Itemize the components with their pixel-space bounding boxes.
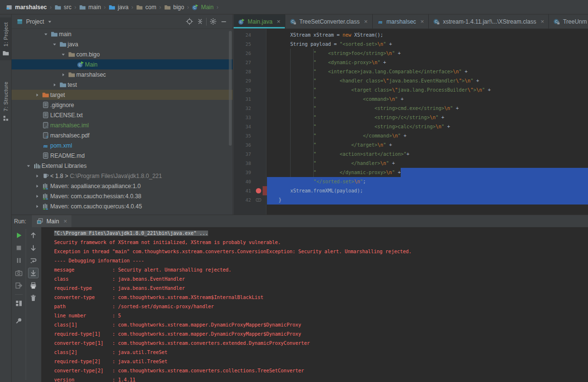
gutter-line-37[interactable]: 37	[234, 150, 266, 159]
gutter-line-29[interactable]: 29	[234, 76, 266, 85]
thread-dump-button[interactable]	[14, 268, 24, 278]
breadcrumb-item-src[interactable]: src	[55, 4, 71, 11]
soft-wrap-button[interactable]	[28, 255, 39, 266]
tree-arrow-down-icon[interactable]	[42, 31, 50, 37]
editor-tab-xstream-1-4-11-jar-xstream-class[interactable]: Cxstream-1.4.11.jar!\...\XStream.class×	[429, 14, 549, 28]
pause-button[interactable]	[14, 255, 24, 266]
gutter-line-42[interactable]: 42	[234, 195, 266, 205]
tree-arrow-right-icon[interactable]	[59, 72, 67, 78]
breadcrumb-item-java[interactable]: java	[109, 4, 128, 11]
code-line-28[interactable]: " <interface>java.lang.Comparable</inter…	[267, 67, 588, 76]
gutter-line-25[interactable]: 25	[234, 40, 266, 49]
tree-item-external-libraries[interactable]: External Libraries	[12, 161, 233, 171]
tree-item-target[interactable]: target	[12, 90, 233, 100]
clear-all-button[interactable]	[28, 293, 39, 303]
toolwindow-button-1-project[interactable]: 1: Project	[0, 17, 11, 60]
tree-arrow-right-icon[interactable]	[33, 204, 41, 209]
locate-button[interactable]	[184, 16, 195, 27]
gutter-line-41[interactable]: 41	[234, 186, 266, 195]
editor-tab-treesetconverter-class[interactable]: CTreeSetConverter.class×	[285, 14, 373, 28]
tree-item-readme-md[interactable]: README.md	[12, 150, 233, 161]
code-line-32[interactable]: " <string>cmd.exe</string>\n" +	[267, 104, 588, 113]
code-line-33[interactable]: " <string>/c</string>\n" +	[267, 113, 588, 122]
code-line-24[interactable]: XStream xStream = new XStream();	[267, 30, 588, 40]
pin-button[interactable]	[14, 315, 24, 326]
editor-tab-main-java[interactable]: CMain.java×	[234, 14, 285, 28]
tree-arrow-right-icon[interactable]	[33, 183, 41, 189]
close-icon[interactable]: ×	[277, 18, 280, 25]
close-icon[interactable]: ×	[541, 18, 545, 25]
code-line-41[interactable]: xStream.fromXML(payload);	[267, 186, 588, 195]
code-line-31[interactable]: " <command>\n" +	[267, 95, 588, 104]
code-line-30[interactable]: " <target class=\"java.lang.ProcessBuild…	[267, 85, 588, 95]
chevron-down-icon[interactable]	[47, 19, 53, 25]
breadcrumb-item-Main[interactable]: CMain	[192, 4, 213, 11]
stop-button[interactable]	[14, 243, 24, 253]
tree-item-maven-aopalliance-aopalliance-1-0[interactable]: Maven: aopalliance:aopalliance:1.0	[12, 181, 233, 191]
tree-arrow-right-icon[interactable]	[33, 92, 41, 98]
run-tab-main[interactable]: Main ×	[32, 215, 71, 227]
gutter-line-28[interactable]: 28	[234, 67, 266, 76]
tree-item-test[interactable]: test	[12, 80, 233, 90]
tree-arrow-right-icon[interactable]	[33, 193, 41, 199]
code-line-37[interactable]: " <action>start</action>"+	[267, 150, 588, 159]
tree-item-maven-com-caucho-hessian-4-0-38[interactable]: Maven: com.caucho:hessian:4.0.38	[12, 191, 233, 201]
tree-item-com-bigo[interactable]: com.bigo	[12, 49, 233, 59]
gutter-line-39[interactable]: 39	[234, 168, 266, 177]
tree-item-marshalsec-pdf[interactable]: ?marshalsec.pdf	[12, 130, 233, 140]
tree-arrow-right-icon[interactable]	[50, 82, 58, 88]
gutter-line-26[interactable]: 26	[234, 49, 266, 58]
gutter-line-34[interactable]: 34	[234, 122, 266, 131]
breadcrumb-item-marshalsec[interactable]: marshalsec	[6, 4, 47, 11]
gutter-line-32[interactable]: 32	[234, 104, 266, 113]
tree-item--1-8-[interactable]: < 1.8 > C:\Program Files\Java\jdk1.8.0_2…	[12, 171, 233, 181]
layout-button[interactable]	[14, 298, 24, 309]
gutter-line-33[interactable]: 33	[234, 113, 266, 122]
tree-item--gitignore[interactable]: .gitignore	[12, 100, 233, 110]
code-line-25[interactable]: String payload = "<sorted-set>\n" +	[267, 40, 588, 49]
code-line-27[interactable]: " <dynamic-proxy>\n" +	[267, 58, 588, 67]
tree-item-license-txt[interactable]: LICENSE.txt	[12, 110, 233, 120]
close-icon[interactable]: ×	[364, 18, 368, 25]
code-line-35[interactable]: " </command>\n" +	[267, 131, 588, 140]
rerun-button[interactable]	[14, 230, 24, 241]
close-icon[interactable]: ×	[420, 18, 424, 25]
project-scrollbar[interactable]	[229, 31, 232, 146]
tree-item-java[interactable]: java	[12, 39, 233, 49]
exit-button[interactable]	[14, 280, 24, 291]
gutter-line-38[interactable]: 38	[234, 159, 266, 168]
code-line-38[interactable]: " </handler>\n" +	[267, 159, 588, 168]
fold-icon[interactable]	[255, 197, 262, 203]
gutter-line-36[interactable]: 36	[234, 140, 266, 150]
gutter-line-30[interactable]: 30	[234, 85, 266, 95]
settings-button[interactable]	[208, 16, 218, 27]
toolwindow-button-7-structure[interactable]: 7: Structure	[0, 77, 11, 125]
code-line-36[interactable]: " </target>\n" +	[267, 140, 588, 150]
close-icon[interactable]: ×	[63, 218, 67, 224]
hide-button[interactable]	[218, 16, 229, 27]
tree-item-pom-xml[interactable]: mpom.xml	[12, 140, 233, 150]
tree-arrow-right-icon[interactable]	[33, 173, 41, 179]
tree-arrow-down-icon[interactable]	[50, 41, 58, 47]
tree-arrow-down-icon[interactable]	[24, 163, 32, 169]
code-line-34[interactable]: " <string>calc</string>\n" +	[267, 122, 588, 131]
code-line-39[interactable]: " </dynamic-proxy>\n" +	[267, 168, 588, 177]
tree-item-maven-com-caucho-quercus-4-0-45[interactable]: Maven: com.caucho:quercus:4.0.45	[12, 201, 233, 211]
tree-item-marshalsec[interactable]: marshalsec	[12, 69, 233, 80]
tree-item-marshalsec-iml[interactable]: marshalsec.iml	[12, 120, 233, 130]
gutter-line-24[interactable]: 24	[234, 30, 266, 40]
tree-item-main[interactable]: main	[12, 29, 233, 39]
code-line-26[interactable]: " <string>foo</string>\n" +	[267, 49, 588, 58]
code-editor[interactable]: XStream xStream = new XStream(); String …	[267, 29, 588, 215]
run-console[interactable]: "C:\Program Files\Java\jdk1.8.0_221\bin\…	[42, 227, 588, 382]
code-line-42[interactable]: }	[267, 195, 588, 205]
breadcrumb-item-com[interactable]: com	[136, 4, 156, 11]
editor-tab-marshalsec[interactable]: mmarshalsec×	[373, 14, 429, 28]
down-stack-trace-button[interactable]	[28, 243, 39, 253]
scroll-to-end-button[interactable]	[28, 268, 39, 278]
code-line-29[interactable]: " <handler class=\"java.beans.EventHandl…	[267, 76, 588, 85]
editor-tab-treeunm[interactable]: CTreeUnm×	[549, 14, 588, 28]
tree-item-main[interactable]: CMain	[12, 59, 233, 69]
code-line-40[interactable]: "</sorted-set>\n";	[267, 177, 588, 186]
breadcrumb-item-main[interactable]: main	[79, 4, 101, 11]
